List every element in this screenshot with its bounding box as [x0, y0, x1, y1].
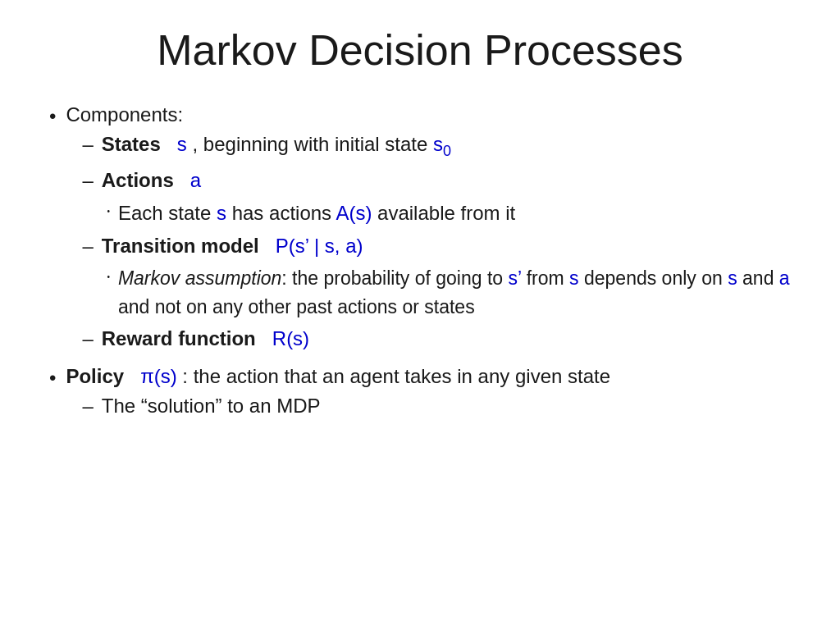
policy-blue-pi: π(s) — [140, 365, 177, 387]
actions-item: – Actions a — [82, 166, 791, 195]
slide-title: Markov Decision Processes — [49, 25, 791, 75]
actions-bold: Actions — [102, 169, 174, 191]
solution-text: The “solution” to an MDP — [102, 391, 321, 421]
actions-blue-a: a — [190, 169, 201, 191]
states-text: States s , beginning with initial state … — [102, 130, 451, 162]
markov-text: Markov assumption: the probability of go… — [118, 264, 791, 321]
markov-item: • Markov assumption: the probability of … — [107, 264, 791, 321]
states-blue-s: s — [177, 133, 187, 155]
actions-sub-item: • Each state s has actions A(s) availabl… — [107, 199, 791, 228]
bullet-marker: • — [49, 102, 56, 131]
reward-item: – Reward function R(s) — [82, 324, 791, 354]
dash-marker-solution: – — [82, 391, 93, 421]
transition-bold: Transition model — [102, 235, 259, 257]
transition-item: – Transition model P(s’ | s, a) — [82, 231, 791, 261]
dot-marker-actions: • — [107, 205, 110, 217]
policy-text: Policy π(s) : the action that an agent t… — [66, 365, 610, 387]
dot-marker-markov: • — [107, 271, 110, 283]
sub-list: – States s , beginning with initial stat… — [82, 130, 791, 354]
transition-blue: P(s’ | s, a) — [276, 235, 363, 257]
actions-text: Actions a — [102, 166, 201, 195]
as-blue-As: A(s) — [336, 202, 372, 224]
states-rest: , beginning with initial state — [193, 133, 434, 155]
reward-text: Reward function R(s) — [102, 324, 309, 354]
as-blue-s: s — [217, 202, 226, 224]
markov-blue-s: s — [569, 267, 579, 289]
components-label: Components: — [66, 103, 183, 126]
policy-bold: Policy — [66, 365, 124, 387]
states-blue-s0: s0 — [433, 133, 451, 155]
markov-italic: Markov assumption — [118, 267, 281, 289]
dash-marker-reward: – — [82, 324, 93, 354]
actions-sub-text: Each state s has actions A(s) available … — [118, 199, 515, 228]
transition-text: Transition model P(s’ | s, a) — [102, 231, 363, 261]
slide: Markov Decision Processes • Components: … — [0, 0, 840, 630]
dash-marker: – — [82, 130, 93, 159]
markov-blue-s2: s — [728, 267, 737, 289]
slide-content: • Components: – States s , beginning wit… — [49, 100, 791, 429]
states-bold: States — [102, 133, 161, 155]
policy-content: Policy π(s) : the action that an agent t… — [66, 362, 610, 424]
policy-bullet: • Policy π(s) : the action that an agent… — [49, 362, 791, 424]
components-content: Components: – States s , beginning with … — [66, 100, 791, 357]
policy-rest: : the action that an agent takes in any … — [182, 365, 610, 387]
dash-marker-actions: – — [82, 166, 93, 195]
solution-item: – The “solution” to an MDP — [82, 391, 610, 421]
policy-bullet-marker: • — [49, 363, 56, 393]
markov-blue-a: a — [779, 267, 790, 289]
reward-bold: Reward function — [102, 327, 256, 349]
policy-sub-list: – The “solution” to an MDP — [82, 391, 610, 421]
dash-marker-transition: – — [82, 231, 93, 261]
states-item: – States s , beginning with initial stat… — [82, 130, 791, 162]
reward-blue: R(s) — [272, 327, 309, 349]
markov-blue-sprime: s’ — [509, 267, 522, 289]
components-bullet: • Components: – States s , beginning wit… — [49, 100, 791, 357]
